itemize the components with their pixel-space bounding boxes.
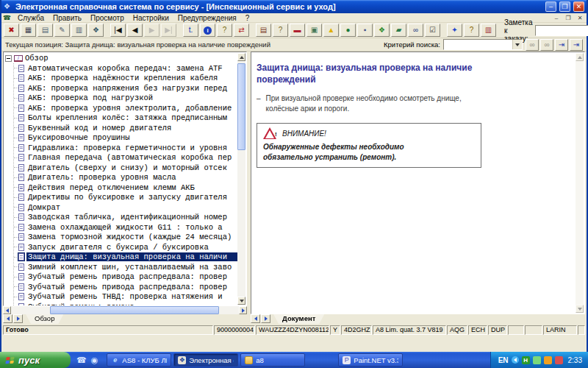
menu-item[interactable]: ?: [241, 13, 254, 23]
tree-item[interactable]: Двигатель: проверка уровня масла: [14, 173, 237, 183]
red-book-button[interactable]: ▬: [290, 24, 305, 37]
restore-button[interactable]: ❐: [559, 1, 570, 12]
quick-launch-phone-icon[interactable]: ☎: [76, 356, 87, 364]
child-restore-button[interactable]: ❐: [563, 14, 573, 22]
print-button[interactable]: ▦: [21, 24, 36, 37]
edit-help-button[interactable]: ?: [464, 24, 479, 37]
tree-item[interactable]: Болты крепления колёс: затяжка предписан…: [14, 113, 237, 124]
document-scrollbar[interactable]: [576, 53, 584, 313]
last-page-button[interactable]: ▶|: [161, 24, 176, 37]
tree-item[interactable]: Зубчатый ремень привода распредвала: про…: [14, 282, 237, 292]
previous-page-button[interactable]: ◀: [127, 24, 143, 37]
doc-tab-scroll-right-button[interactable]: [261, 314, 270, 323]
copy-document-button[interactable]: ▥: [71, 24, 87, 37]
menu-item[interactable]: Настройки: [129, 13, 173, 23]
scroll-down-button[interactable]: [237, 297, 245, 305]
search-button[interactable]: ∞: [526, 39, 539, 51]
collapse-icon[interactable]: [5, 55, 12, 62]
doc-scroll-up-button[interactable]: [576, 53, 584, 61]
language-indicator[interactable]: EN: [498, 356, 509, 364]
tree-item[interactable]: Домкрат: [14, 202, 237, 213]
tree-item[interactable]: Действия перед отключением клемм АКБ: [14, 183, 237, 193]
order-note-input[interactable]: [535, 25, 588, 36]
quick-launch-browser-icon[interactable]: ◉: [91, 356, 98, 364]
tree-item[interactable]: АКБ: проверка напряжения без нагрузки пе…: [14, 83, 237, 93]
tree-item[interactable]: Буксировочные проушины: [14, 133, 237, 144]
screen-button[interactable]: ▣: [306, 24, 322, 37]
book-help-button[interactable]: ?: [273, 24, 288, 37]
info-button[interactable]: i: [200, 24, 215, 37]
tree-item[interactable]: Зимний комплект шин, устанавливаемый на …: [14, 262, 237, 272]
scroll-thumb[interactable]: [237, 63, 245, 150]
tree-root[interactable]: Обзор: [5, 53, 237, 63]
menu-item[interactable]: Просмотр: [86, 13, 129, 23]
scroll-up-button[interactable]: [237, 53, 245, 61]
tray-clock[interactable]: 2:33: [568, 356, 582, 364]
tree-item[interactable]: Замена охлаждающей жидкости G11 : только…: [14, 222, 237, 233]
doc-scroll-down-button[interactable]: [576, 305, 584, 313]
tray-icon-green[interactable]: [533, 356, 541, 364]
tray-icon-h[interactable]: H: [522, 356, 530, 364]
service-book-button[interactable]: ▤: [256, 24, 271, 37]
tree-item[interactable]: Автоматическая коробка передач: замена A…: [14, 63, 237, 74]
tree-item[interactable]: Замена тормозной жидкости (каждые 24 мес…: [14, 233, 237, 243]
scroll-thumb-horizontal[interactable]: [50, 306, 219, 314]
tree-item[interactable]: АКБ: проверка уровня электролита, добавл…: [14, 103, 237, 113]
taskbar-task[interactable]: PPaint.NET v3.36: [338, 353, 403, 367]
tree-item[interactable]: Зубчатый ремень ТНВД: проверка натяжения…: [14, 292, 237, 302]
close-button[interactable]: ✕: [573, 1, 584, 12]
taskbar-task[interactable]: eAS8 - КЛУБ ЛЮБИТЕ...: [107, 353, 171, 367]
tree-item[interactable]: Буквенный код и номер двигателя: [14, 123, 237, 133]
tree-item[interactable]: Главная передача (автоматическая коробка…: [14, 153, 237, 163]
print-report-button[interactable]: ▥: [481, 24, 496, 37]
minimize-button[interactable]: –: [545, 1, 556, 12]
edit-document-button[interactable]: ✎: [54, 24, 70, 37]
tray-icon-red[interactable]: [555, 356, 563, 364]
tree-item[interactable]: Директивы по буксировке и запуску двигат…: [14, 193, 237, 203]
vehicle-button[interactable]: ❖: [88, 24, 104, 37]
taskbar-task[interactable]: ❖Электронная справ...: [173, 353, 238, 367]
menu-item[interactable]: Править: [49, 13, 86, 23]
tree-item[interactable]: Двигатель (сверху и снизу) и моторный от…: [14, 163, 237, 173]
tree-item[interactable]: Защита днища: визуальная проверка на нал…: [14, 252, 237, 263]
tree-item[interactable]: Запуск двигателя с буксира / буксировка: [14, 242, 237, 252]
menu-item[interactable]: Предупреждения: [173, 13, 241, 23]
tree-item[interactable]: АКБ: проверка под нагрузкой: [14, 93, 237, 104]
new-document-button[interactable]: ▤: [37, 24, 53, 37]
tree-item[interactable]: АКБ: проверка надёжности крепления кабел…: [14, 74, 237, 84]
tree-vertical-scrollbar[interactable]: [237, 53, 245, 305]
tab-overview[interactable]: Обзор: [26, 314, 63, 324]
globe-button[interactable]: ●: [340, 24, 356, 37]
tree-item[interactable]: Гидравлика: проверка герметичности и уро…: [14, 143, 237, 153]
first-page-button[interactable]: |◀: [110, 24, 126, 37]
tab-scroll-right-button[interactable]: [13, 314, 23, 323]
leaf-button[interactable]: ❖: [374, 24, 390, 37]
warning-list-button[interactable]: ▲: [323, 24, 339, 37]
tree-item[interactable]: Заводская табличка, идентификационный но…: [14, 213, 237, 223]
tree-item[interactable]: Зубчатый ремень привода распредвала: про…: [14, 272, 237, 283]
child-minimize-button[interactable]: –: [551, 14, 562, 22]
start-button[interactable]: пуск: [0, 352, 71, 368]
tray-icon-orange[interactable]: [544, 356, 552, 364]
tools-button[interactable]: ✦: [447, 24, 462, 37]
tray-chevron-icon[interactable]: [512, 356, 519, 364]
help-button[interactable]: ?: [217, 24, 232, 37]
disk-button[interactable]: ▪: [357, 24, 373, 37]
scroll-right-button[interactable]: [239, 306, 247, 314]
search-again-button[interactable]: ∞: [540, 39, 553, 51]
exit-button[interactable]: ✖: [4, 24, 19, 37]
next-page-button[interactable]: ▶: [144, 24, 159, 37]
t-button[interactable]: t.: [183, 24, 198, 37]
combobox-dropdown-button[interactable]: [512, 40, 522, 49]
scroll-left-button[interactable]: [3, 306, 11, 314]
car-button[interactable]: ▰: [391, 24, 406, 37]
tab-scroll-left-button[interactable]: [3, 314, 12, 323]
refresh-button[interactable]: ⇄: [234, 24, 249, 37]
doc-tab-scroll-left-button[interactable]: [251, 314, 260, 323]
checklist-button[interactable]: ☑: [425, 24, 440, 37]
tree-horizontal-scrollbar[interactable]: [3, 306, 247, 314]
tab-document[interactable]: Документ: [273, 314, 324, 324]
jump-backward-button[interactable]: ⇥: [570, 39, 583, 51]
tree-item[interactable]: Зубчатый ремень: замена: [14, 302, 237, 305]
search-criteria-combobox[interactable]: [443, 39, 523, 50]
